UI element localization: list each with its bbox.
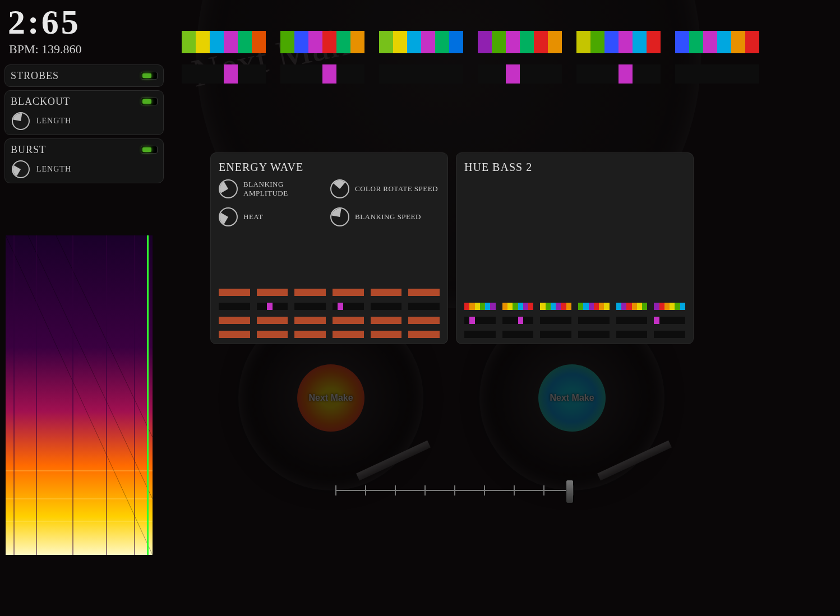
time-display: 2:65 [0,0,169,42]
deck-preview-row [219,331,440,338]
deck-preview-marker [464,331,496,338]
deck-preview-marker-row [219,303,440,310]
deck-preview-marker [333,303,364,310]
crossfader-tick [454,485,455,495]
deck-preview-strip [257,331,288,338]
deck-preview-marker [578,317,610,324]
bpm-label: BPM: [9,42,39,56]
deck-preview-strip [464,303,496,310]
param: COLOR ROTATE SPEED [330,179,440,198]
deck-preview-strip [294,289,326,296]
deck-preview-marker [502,317,534,324]
sidebar: 2:65 BPM: 139.860 STROBES BLACKOUT LENGT… [0,0,169,187]
deck-preview-marker [654,331,685,338]
preview-marker [478,64,562,84]
param: BLANKING AMPLITUDE [219,179,328,198]
deck-preview-strip [654,303,685,310]
effect-strobes: STROBES [4,64,164,87]
deck-preview-marker [219,303,250,310]
crossfader-tick [543,485,544,495]
preview-strip [280,31,364,53]
burst-length-knob[interactable] [12,160,30,178]
preview-marker [280,64,364,84]
param: HEAT [219,207,328,226]
deck-preview-strip [502,303,534,310]
crossfader-tick [424,485,426,495]
deck-left-params: BLANKING AMPLITUDECOLOR ROTATE SPEEDHEAT… [219,179,440,226]
crossfader-tick [335,485,336,495]
preview-marker [379,64,463,84]
strobes-toggle[interactable] [141,72,158,80]
preview-strip-row [182,31,823,53]
deck-preview-marker [502,331,534,338]
deck-left-title: ENERGY WAVE [219,161,440,174]
deck-preview-strip [219,289,250,296]
deck-preview-marker [578,331,610,338]
crossfader-tick [514,485,515,495]
preview-strip [576,31,661,53]
decks: ENERGY WAVE BLANKING AMPLITUDECOLOR ROTA… [210,152,694,344]
effect-blackout: BLACKOUT LENGTH [4,90,164,135]
deck-preview-marker [540,331,571,338]
deck-preview-strip [371,289,402,296]
turntable-right-label: Next Make [538,364,606,432]
deck-preview-strip [578,303,610,310]
deck-preview-marker-row [464,331,685,338]
turntable-left-label: Next Make [297,364,364,432]
deck-preview-strip [294,317,326,324]
deck-preview-marker [257,303,288,310]
deck-left-preview [219,289,440,338]
param-knob[interactable] [330,207,349,226]
deck-preview-marker [540,317,571,324]
svg-rect-12 [147,235,149,555]
burst-toggle[interactable] [141,146,158,154]
preview-strip [675,31,759,53]
preview-strip [478,31,562,53]
effect-burst-title: BURST [11,144,46,156]
deck-preview-strip [540,303,571,310]
deck-preview-strip [616,303,648,310]
deck-preview-strip [333,317,364,324]
param-knob[interactable] [219,179,238,198]
deck-preview-marker [294,303,326,310]
deck-preview-strip [371,331,402,338]
preview-strip [379,31,463,53]
burst-length-label: LENGTH [36,165,71,174]
param-knob[interactable] [219,207,238,226]
deck-preview-strip [371,317,402,324]
deck-preview-strip [294,331,326,338]
preview-strip [182,31,266,53]
output-preview [182,31,823,84]
deck-preview-marker [654,317,685,324]
deck-right: HUE BASS 2 [456,152,694,344]
effect-blackout-title: BLACKOUT [11,96,70,108]
effect-burst: BURST LENGTH [4,138,164,183]
crossfader-tick [395,485,396,495]
deck-preview-marker [371,303,402,310]
param-label: BLANKING AMPLITUDE [243,180,328,198]
deck-preview-marker [464,317,496,324]
deck-preview-strip [408,289,440,296]
deck-preview-row [219,289,440,296]
deck-preview-strip [219,331,250,338]
preview-marker-row [182,64,823,84]
bpm-display: BPM: 139.860 [0,42,169,62]
crossfader-tick [484,485,485,495]
param: BLANKING SPEED [330,207,440,226]
deck-preview-row [219,317,440,324]
blackout-length-label: LENGTH [36,117,71,126]
deck-preview-strip [333,289,364,296]
blackout-toggle[interactable] [141,98,158,105]
preview-marker [576,64,661,84]
crossfader[interactable] [335,483,573,506]
deck-preview-marker [408,303,440,310]
param-label: BLANKING SPEED [355,212,421,221]
crossfader-handle[interactable] [566,480,574,503]
param-label: HEAT [243,212,263,221]
deck-preview-strip [408,317,440,324]
blackout-length-knob[interactable] [12,112,30,130]
deck-right-title: HUE BASS 2 [464,161,685,174]
deck-preview-marker [616,317,648,324]
param-knob[interactable] [330,179,349,198]
effect-strobes-title: STROBES [11,70,59,82]
